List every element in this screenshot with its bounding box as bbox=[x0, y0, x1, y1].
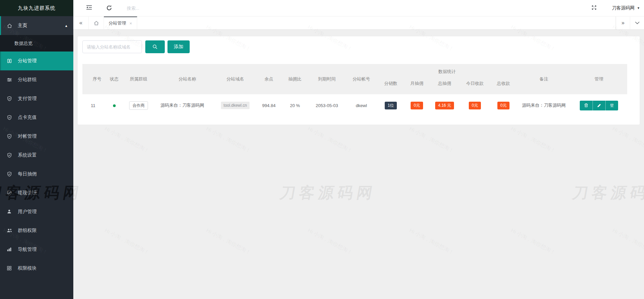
col-group: 所属群组 bbox=[125, 64, 152, 94]
fullscreen-icon[interactable] bbox=[591, 5, 598, 11]
sidebar-item-label: 对帐管理 bbox=[18, 133, 37, 139]
home-icon bbox=[7, 23, 12, 29]
group-tag: 合作商 bbox=[129, 101, 148, 110]
distributors-badge: 1位 bbox=[385, 102, 397, 109]
sidebar-item-label: 系统设置 bbox=[18, 152, 37, 158]
shield-check-icon bbox=[7, 190, 12, 196]
tab-active[interactable]: 分站管理 × bbox=[104, 16, 137, 29]
delete-button[interactable] bbox=[580, 101, 593, 110]
sidebar-item-11[interactable]: 群组权限 bbox=[0, 221, 73, 240]
col-expire: 到期时间 bbox=[308, 64, 345, 94]
columns-icon bbox=[7, 58, 12, 64]
cell-total-commission: 4.16 元 bbox=[429, 94, 460, 117]
top-navbar: 刀客源码网 ▼ bbox=[73, 0, 644, 16]
content-area: 添加 序号 状态 所属群组 分站名称 bbox=[73, 30, 644, 299]
add-button[interactable]: 添加 bbox=[167, 40, 190, 53]
tab-close-icon[interactable]: × bbox=[129, 21, 132, 26]
navbar-right: 刀客源码网 ▼ bbox=[591, 5, 644, 11]
chevron-down-icon bbox=[635, 22, 640, 24]
cell-total-income: 0元 bbox=[490, 94, 517, 117]
pencil-icon bbox=[597, 103, 601, 108]
cell-manage: 登 bbox=[571, 94, 627, 117]
col-total-commission: 总抽佣 bbox=[429, 79, 460, 94]
sidebar-item-6[interactable]: 对帐管理 bbox=[0, 127, 73, 146]
sidebar-item-10[interactable]: 用户管理 bbox=[0, 202, 73, 221]
sidebar-item-9[interactable]: 提现管理 bbox=[0, 184, 73, 202]
cell-balance: 994.84 bbox=[256, 94, 281, 117]
search-button[interactable] bbox=[145, 40, 165, 53]
tabs-scroll-right-button[interactable]: » bbox=[616, 16, 630, 29]
user-dropdown[interactable]: 刀客源码网 ▼ bbox=[612, 5, 640, 11]
sidebar-item-4[interactable]: 支付管理 bbox=[0, 89, 73, 108]
site-search-input[interactable] bbox=[82, 40, 142, 53]
cell-month-commission: 0元 bbox=[404, 94, 429, 117]
col-remark: 备注 bbox=[517, 64, 571, 94]
sidebar-item-label: 数据总览 bbox=[14, 40, 33, 46]
status-online-dot bbox=[113, 104, 116, 107]
total-commission-badge: 4.16 元 bbox=[435, 102, 454, 109]
grid-icon bbox=[7, 266, 12, 271]
cell-distributors: 1位 bbox=[377, 94, 404, 117]
sidebar-item-label: 主页 bbox=[18, 23, 27, 29]
col-account: 分站帐号 bbox=[345, 64, 377, 94]
today-income-badge: 0元 bbox=[469, 102, 481, 109]
site-table: 序号 状态 所属群组 分站名称 分站域名 余点 抽拥比 到期时间 分站帐号 数据… bbox=[82, 64, 627, 117]
col-domain: 分站域名 bbox=[214, 64, 256, 94]
sidebar-item-3[interactable]: 分站群组 bbox=[0, 70, 73, 89]
user-name: 刀客源码网 bbox=[612, 5, 635, 11]
sidebar-menu: 主页▲数据总览分站管理分站群组支付管理点卡充值对帐管理系统设置每日抽佣提现管理用… bbox=[0, 16, 73, 278]
tab-active-label: 分站管理 bbox=[109, 20, 126, 26]
row-actions: 登 bbox=[580, 101, 618, 110]
tab-bar: « 分站管理 × » bbox=[73, 16, 644, 30]
collapse-menu-icon[interactable] bbox=[86, 5, 92, 11]
sidebar-item-label: 点卡充值 bbox=[18, 114, 37, 121]
col-rate: 抽拥比 bbox=[281, 64, 308, 94]
cell-remark: 源码来自：刀客源码网 bbox=[517, 94, 571, 117]
col-total-income: 总收款 bbox=[490, 79, 517, 94]
login-button[interactable]: 登 bbox=[605, 101, 618, 110]
col-status: 状态 bbox=[103, 64, 125, 94]
sidebar-item-5[interactable]: 点卡充值 bbox=[0, 108, 73, 127]
main-area: 刀客源码网 ▼ « 分站管理 × » bbox=[73, 0, 644, 299]
sidebar-item-13[interactable]: 权限模块 bbox=[0, 259, 73, 278]
sidebar-item-1[interactable]: 数据总览 bbox=[0, 35, 73, 52]
tabs-menu-button[interactable] bbox=[630, 16, 644, 29]
sidebar-item-label: 权限模块 bbox=[18, 265, 37, 271]
cell-domain: tool.dkewl.cn bbox=[214, 94, 256, 117]
users-icon bbox=[7, 228, 12, 234]
col-manage: 管理 bbox=[571, 64, 627, 94]
home-icon bbox=[93, 20, 99, 26]
sidebar-item-label: 用户管理 bbox=[18, 209, 37, 215]
col-site-name: 分站名称 bbox=[152, 64, 214, 94]
app-title: 九块九进群系统 bbox=[0, 0, 73, 16]
shield-check-icon bbox=[7, 171, 12, 177]
caret-down-icon: ▼ bbox=[637, 6, 640, 10]
domain-tag[interactable]: tool.dkewl.cn bbox=[221, 102, 250, 109]
shield-check-icon bbox=[7, 115, 12, 121]
sidebar-item-label: 群组权限 bbox=[18, 228, 37, 234]
app-window: 九块九进群系统 主页▲数据总览分站管理分站群组支付管理点卡充值对帐管理系统设置每… bbox=[0, 0, 644, 299]
sliders-icon bbox=[7, 77, 12, 83]
col-balance: 余点 bbox=[256, 64, 281, 94]
cell-today-income: 0元 bbox=[460, 94, 490, 117]
col-seq: 序号 bbox=[82, 64, 103, 94]
sidebar-item-0[interactable]: 主页▲ bbox=[0, 16, 73, 35]
sidebar-item-label: 导航管理 bbox=[18, 246, 37, 253]
sidebar-item-8[interactable]: 每日抽佣 bbox=[0, 165, 73, 184]
sidebar-item-2[interactable]: 分站管理 bbox=[0, 52, 73, 70]
cell-group: 合作商 bbox=[125, 94, 152, 117]
global-search-input[interactable] bbox=[127, 6, 201, 11]
tabs-scroll-left-button[interactable]: « bbox=[73, 16, 89, 29]
search-icon bbox=[152, 44, 158, 49]
bar-chart-icon bbox=[7, 247, 12, 253]
cell-expire: 2053-05-03 bbox=[308, 94, 345, 117]
refresh-icon[interactable] bbox=[106, 5, 113, 11]
col-stats-group: 数据统计 bbox=[377, 64, 517, 79]
edit-button[interactable] bbox=[593, 101, 605, 110]
sidebar-item-12[interactable]: 导航管理 bbox=[0, 240, 73, 259]
shield-check-icon bbox=[7, 153, 12, 158]
sidebar-item-7[interactable]: 系统设置 bbox=[0, 146, 73, 165]
month-commission-badge: 0元 bbox=[411, 102, 423, 109]
sidebar: 九块九进群系统 主页▲数据总览分站管理分站群组支付管理点卡充值对帐管理系统设置每… bbox=[0, 0, 73, 299]
home-tab[interactable] bbox=[89, 16, 104, 29]
